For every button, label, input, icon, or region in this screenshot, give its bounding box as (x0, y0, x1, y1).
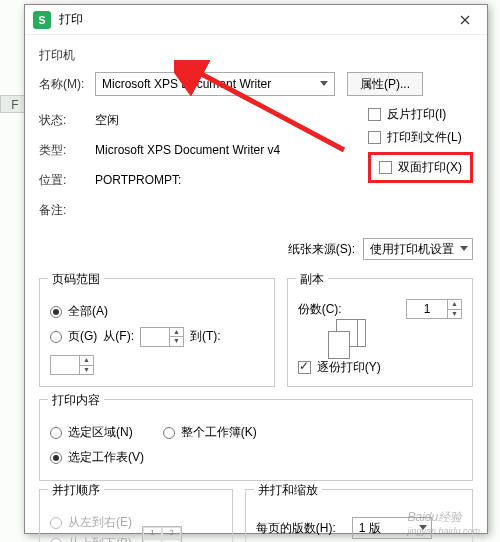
properties-button[interactable]: 属性(P)... (347, 72, 423, 96)
collate-preview-icon (328, 319, 378, 359)
order-lr-label: 从左到右(E) (68, 514, 132, 531)
paper-source-value: 使用打印机设置 (370, 241, 454, 258)
close-icon (460, 15, 470, 25)
print-to-file-label: 打印到文件(L) (387, 129, 462, 146)
from-input[interactable]: ▲▼ (140, 327, 184, 347)
checkbox-icon (298, 361, 311, 374)
copies-count-value: 1 (407, 300, 447, 318)
page-range-title: 页码范围 (48, 271, 104, 288)
where-value: PORTPROMPT: (95, 173, 181, 187)
order-preview-icon: 123456 (142, 526, 182, 543)
watermark: Baidu经验 jingyan.baidu.com (407, 508, 480, 536)
range-pages-label: 页(G) (68, 328, 97, 345)
print-dialog: S 打印 打印机 名称(M): Microsoft XPS Document W… (24, 4, 488, 534)
range-all-radio[interactable]: 全部(A) (50, 303, 264, 320)
radio-icon (50, 331, 62, 343)
watermark-main: Baidu经验 (407, 510, 462, 524)
comment-label: 备注: (39, 202, 95, 219)
app-icon: S (33, 11, 51, 29)
order-tb-label: 从上到下(B) (68, 535, 132, 542)
printer-name-dropdown[interactable]: Microsoft XPS Document Writer (95, 72, 335, 96)
radio-icon (50, 427, 62, 439)
page-range-group: 页码范围 全部(A) 页(G) 从(F): ▲▼ 到(T): ▲▼ (39, 278, 275, 387)
radio-icon (50, 517, 62, 529)
close-button[interactable] (451, 6, 479, 34)
to-label: 到(T): (190, 328, 221, 345)
copies-count-input[interactable]: 1▲▼ (406, 299, 462, 319)
order-lr-radio: 从左到右(E) (50, 514, 132, 531)
duplex-checkbox[interactable]: 双面打印(X) (379, 159, 462, 176)
print-to-file-checkbox[interactable]: 打印到文件(L) (368, 129, 473, 146)
order-title: 并打顺序 (48, 482, 104, 499)
radio-icon (50, 306, 62, 318)
per-page-value: 1 版 (359, 520, 381, 537)
per-page-label: 每页的版数(H): (256, 520, 352, 537)
radio-icon (163, 427, 175, 439)
range-all-label: 全部(A) (68, 303, 108, 320)
print-content-title: 打印内容 (48, 392, 104, 409)
chevron-down-icon (460, 246, 468, 251)
watermark-sub: jingyan.baidu.com (407, 526, 480, 536)
name-label: 名称(M): (39, 76, 95, 93)
type-value: Microsoft XPS Document Writer v4 (95, 143, 280, 157)
order-group: 并打顺序 从左到右(E) 从上到下(B) 重复(R) 123456 (39, 489, 233, 542)
checkbox-icon (368, 108, 381, 121)
range-pages-radio[interactable]: 页(G) (50, 328, 97, 345)
content-sheets-label: 选定工作表(V) (68, 449, 144, 466)
duplex-label: 双面打印(X) (398, 159, 462, 176)
radio-icon (50, 452, 62, 464)
collate-checkbox[interactable]: 逐份打印(Y) (298, 359, 462, 376)
checkbox-icon (368, 131, 381, 144)
checkbox-icon (379, 161, 392, 174)
collate-label: 逐份打印(Y) (317, 359, 381, 376)
printer-name-value: Microsoft XPS Document Writer (102, 77, 271, 91)
print-content-group: 打印内容 选定区域(N) 整个工作簿(K) 选定工作表(V) (39, 399, 473, 481)
paper-source-label: 纸张来源(S): (288, 241, 355, 258)
copies-group: 副本 份数(C): 1▲▼ 逐份打印(Y) (287, 278, 473, 387)
copies-count-label: 份数(C): (298, 301, 342, 318)
order-tb-radio: 从上到下(B) (50, 535, 132, 542)
status-label: 状态: (39, 112, 95, 129)
dialog-title: 打印 (59, 11, 451, 28)
duplex-highlight: 双面打印(X) (368, 152, 473, 183)
copies-title: 副本 (296, 271, 328, 288)
to-input[interactable]: ▲▼ (50, 355, 94, 375)
where-label: 位置: (39, 172, 95, 189)
paper-source-dropdown[interactable]: 使用打印机设置 (363, 238, 473, 260)
scale-title: 并打和缩放 (254, 482, 322, 499)
content-selection-label: 选定区域(N) (68, 424, 133, 441)
reverse-print-label: 反片打印(I) (387, 106, 446, 123)
titlebar: S 打印 (25, 5, 487, 35)
printer-section-label: 打印机 (39, 47, 473, 64)
chevron-down-icon (320, 81, 328, 86)
radio-icon (50, 538, 62, 543)
content-workbook-label: 整个工作簿(K) (181, 424, 257, 441)
content-workbook-radio[interactable]: 整个工作簿(K) (163, 424, 257, 441)
type-label: 类型: (39, 142, 95, 159)
from-label: 从(F): (103, 328, 134, 345)
content-sheets-radio[interactable]: 选定工作表(V) (50, 449, 462, 466)
reverse-print-checkbox[interactable]: 反片打印(I) (368, 106, 473, 123)
content-selection-radio[interactable]: 选定区域(N) (50, 424, 133, 441)
status-value: 空闲 (95, 112, 119, 129)
